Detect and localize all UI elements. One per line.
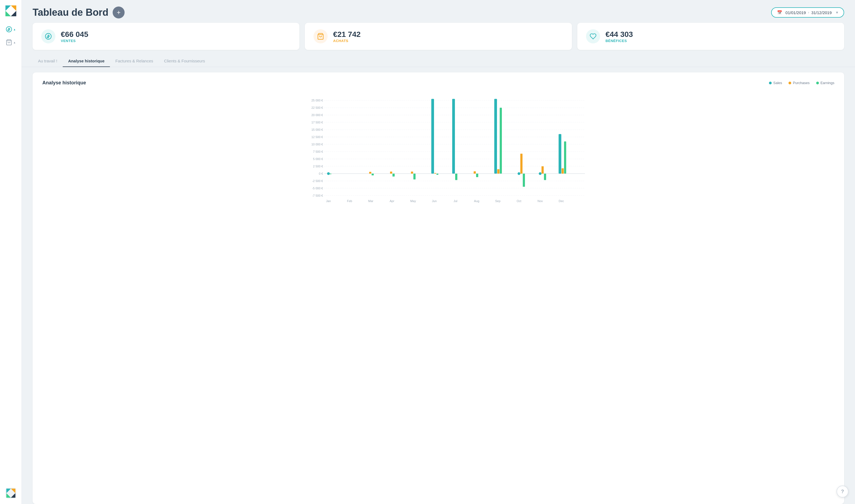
- tab-factures-relances[interactable]: Factures & Relances: [110, 55, 158, 67]
- may-purchases-bar: [411, 172, 413, 174]
- x-label-dec: Dec: [559, 199, 564, 203]
- sep-earnings-bar: [500, 108, 502, 174]
- kpi-card-ventes: €66 045 VENTES: [33, 23, 299, 50]
- x-label-may: May: [411, 199, 416, 203]
- kpi-benefices-info: €44 303 BÉNÉFICES: [606, 30, 633, 43]
- dollar-chevron-icon: ▲: [13, 28, 16, 31]
- app-logo[interactable]: [4, 4, 17, 18]
- mar-earnings-bar: [371, 174, 374, 176]
- sep-sales-bar: [494, 99, 497, 174]
- svg-text:15 000 €: 15 000 €: [311, 128, 323, 131]
- svg-text:20 000 €: 20 000 €: [311, 113, 323, 116]
- ventes-icon: [41, 29, 55, 43]
- svg-text:-2 500 €: -2 500 €: [312, 179, 323, 183]
- benefices-icon: [586, 29, 600, 43]
- svg-text:0 €: 0 €: [319, 172, 323, 175]
- dec-sales-bar: [559, 134, 561, 174]
- sep-purchases-bar: [497, 169, 500, 174]
- kpi-benefices-label: BÉNÉFICES: [606, 39, 633, 43]
- x-label-sep: Sep: [495, 199, 501, 203]
- x-label-oct: Oct: [517, 199, 521, 203]
- chart-svg-wrapper: .grid-line { stroke: #dde3e9; stroke-wid…: [42, 92, 834, 206]
- kpi-ventes-value: €66 045: [61, 30, 88, 39]
- jun-earnings-bar: [436, 174, 438, 175]
- kpi-ventes-info: €66 045 VENTES: [61, 30, 88, 43]
- header: Tableau de Bord + 📅 01/01/2019 › 31/12/2…: [22, 0, 855, 23]
- svg-text:12 500 €: 12 500 €: [311, 136, 323, 139]
- legend-label-earnings: Earnings: [821, 81, 834, 85]
- x-label-apr: Apr: [389, 199, 394, 203]
- header-left: Tableau de Bord +: [33, 6, 125, 18]
- kpi-row: €66 045 VENTES €21 742 ACHATS: [22, 23, 855, 55]
- date-range-picker[interactable]: 📅 01/01/2019 › 31/12/2019 ▾: [771, 7, 844, 18]
- x-label-jun: Jun: [432, 199, 437, 203]
- x-label-mar: Mar: [368, 199, 373, 203]
- jul-earnings-bar: [455, 174, 457, 180]
- chart-title: Analyse historique: [42, 80, 86, 86]
- chart-header: Analyse historique Sales Purchases Earni…: [42, 80, 834, 86]
- oct-sales-dot: [518, 172, 520, 175]
- nov-purchases-bar: [541, 166, 544, 174]
- apr-purchases-bar: [390, 172, 392, 174]
- kpi-card-benefices: €44 303 BÉNÉFICES: [577, 23, 844, 50]
- kpi-ventes-label: VENTES: [61, 39, 88, 43]
- svg-text:2 500 €: 2 500 €: [313, 165, 323, 168]
- tab-au-travail[interactable]: Au travail !: [33, 55, 63, 67]
- mar-purchases-bar: [369, 172, 371, 174]
- bar-chart: .grid-line { stroke: #dde3e9; stroke-wid…: [42, 92, 834, 206]
- add-button[interactable]: +: [112, 6, 125, 18]
- apr-earnings-bar: [392, 174, 395, 177]
- cart-chevron-icon: ▲: [13, 41, 16, 44]
- oct-earnings-bar: [523, 174, 525, 187]
- tab-analyse-historique[interactable]: Analyse historique: [63, 55, 110, 67]
- legend-label-sales: Sales: [773, 81, 782, 85]
- nov-earnings-bar: [544, 174, 546, 180]
- x-label-feb: Feb: [347, 199, 352, 203]
- sidebar-item-dollar[interactable]: ▲: [0, 23, 21, 36]
- legend-purchases: Purchases: [788, 81, 809, 85]
- x-label-aug: Aug: [474, 199, 479, 203]
- kpi-card-achats: €21 742 ACHATS: [305, 23, 572, 50]
- jan-earnings-bar: [330, 174, 331, 174]
- x-label-jan: Jan: [326, 199, 331, 203]
- chevron-down-icon: ▾: [836, 10, 838, 15]
- date-start: 01/01/2019: [786, 10, 806, 15]
- kpi-benefices-value: €44 303: [606, 30, 633, 39]
- svg-text:10 000 €: 10 000 €: [311, 143, 323, 146]
- svg-text:17 500 €: 17 500 €: [311, 121, 323, 124]
- help-button[interactable]: ?: [837, 486, 849, 498]
- sidebar-item-cart[interactable]: ▲: [0, 36, 21, 49]
- nov-sales-dot: [539, 172, 541, 175]
- page-title: Tableau de Bord: [33, 7, 108, 18]
- chart-legend: Sales Purchases Earnings: [769, 81, 834, 85]
- dec-purchases-bar: [562, 168, 564, 174]
- jun-purchases-bar: [434, 173, 436, 174]
- tab-clients-fournisseurs[interactable]: Clients & Fournisseurs: [158, 55, 210, 67]
- jan-sales-dot: [327, 172, 330, 175]
- x-label-nov: Nov: [537, 199, 543, 203]
- achats-icon: [314, 29, 328, 43]
- aug-earnings-bar: [476, 174, 478, 177]
- svg-text:22 500 €: 22 500 €: [311, 106, 323, 109]
- kpi-achats-value: €21 742: [333, 30, 361, 39]
- main-content: Tableau de Bord + 📅 01/01/2019 › 31/12/2…: [22, 0, 855, 504]
- oct-purchases-bar: [520, 154, 523, 174]
- svg-text:-5 000 €: -5 000 €: [312, 187, 323, 190]
- aug-purchases-bar: [474, 171, 476, 174]
- svg-text:7 500 €: 7 500 €: [313, 150, 323, 153]
- legend-dot-earnings: [816, 82, 819, 84]
- jun-sales-bar: [431, 99, 434, 174]
- may-earnings-bar: [413, 174, 416, 180]
- svg-text:25 000 €: 25 000 €: [311, 99, 323, 102]
- kpi-achats-label: ACHATS: [333, 39, 361, 43]
- legend-sales: Sales: [769, 81, 782, 85]
- date-arrow: ›: [808, 11, 809, 14]
- tabs-bar: Au travail ! Analyse historique Factures…: [22, 55, 855, 67]
- jul-sales-bar: [452, 99, 455, 174]
- dec-earnings-bar: [564, 141, 566, 174]
- legend-label-purchases: Purchases: [793, 81, 809, 85]
- sidebar-bottom-logo: [5, 488, 16, 500]
- legend-dot-sales: [769, 82, 772, 84]
- legend-earnings: Earnings: [816, 81, 834, 85]
- svg-text:5 000 €: 5 000 €: [313, 157, 323, 161]
